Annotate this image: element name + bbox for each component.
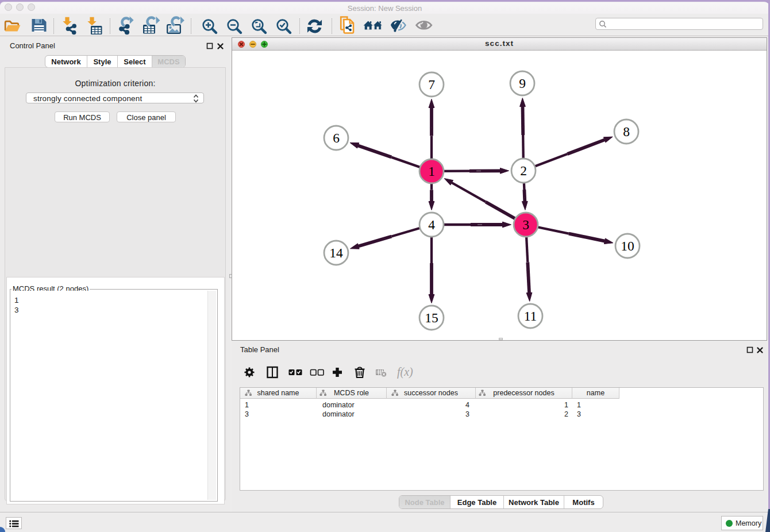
svg-text:6: 6 (333, 130, 340, 145)
svg-text:1: 1 (428, 164, 435, 179)
svg-text:2: 2 (520, 163, 527, 178)
svg-text:9: 9 (519, 76, 526, 91)
svg-text:15: 15 (425, 310, 438, 325)
svg-text:11: 11 (524, 309, 537, 323)
svg-text:8: 8 (623, 124, 630, 139)
svg-text:7: 7 (428, 77, 435, 92)
svg-text:3: 3 (522, 217, 529, 232)
svg-text:4: 4 (428, 217, 435, 232)
svg-text:10: 10 (621, 238, 634, 253)
svg-text:f(x): f(x) (397, 366, 413, 379)
svg-text:14: 14 (329, 245, 343, 260)
